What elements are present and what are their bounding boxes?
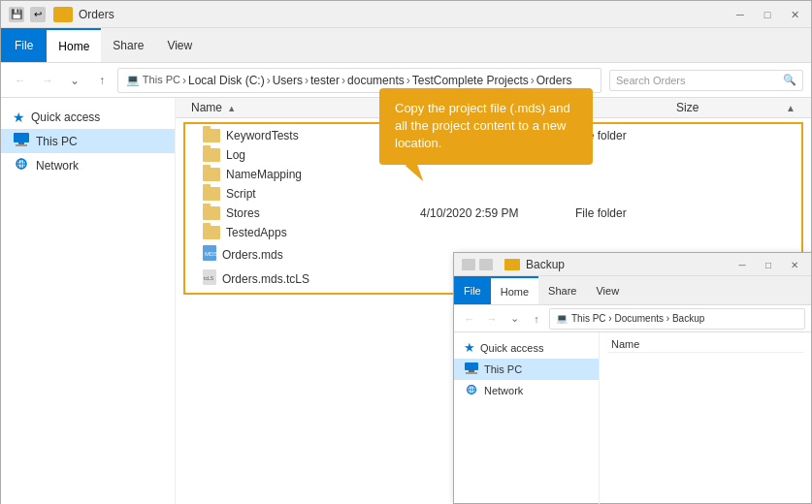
svg-rect-11	[465, 362, 478, 370]
backup-tab-view[interactable]: View	[586, 276, 629, 304]
path-pc: 💻 This PC	[126, 74, 180, 86]
file-item-script[interactable]: Script	[187, 184, 799, 204]
backup-path-icon: 💻	[556, 313, 568, 324]
path-testcomplete: TestComplete Projects	[412, 74, 529, 87]
scroll-up-button[interactable]: ▲	[786, 103, 796, 113]
backup-close-button[interactable]: ✕	[782, 255, 807, 274]
backup-sidebar-label: Quick access	[480, 342, 543, 354]
backup-address-bar: ← → ⌄ ↑ 💻 This PC › Documents › Backup	[454, 305, 811, 332]
search-placeholder: Search Orders	[616, 75, 686, 86]
tab-share[interactable]: Share	[101, 28, 155, 62]
sidebar-item-thispc[interactable]: This PC	[1, 129, 175, 153]
pc-icon	[13, 133, 30, 149]
file-name: Stores	[226, 206, 420, 220]
backup-address-path[interactable]: 💻 This PC › Documents › Backup	[549, 308, 805, 330]
backup-col-name-header[interactable]: Name	[607, 336, 803, 353]
file-item-testedapps[interactable]: TestedApps	[187, 223, 799, 242]
file-item-namemapping[interactable]: NameMapping	[187, 165, 799, 184]
backup-title-bar: Backup ─ □ ✕	[454, 253, 811, 276]
tcls-icon: tcLS	[203, 269, 216, 288]
maximize-button[interactable]: □	[755, 5, 780, 24]
folder-icon	[203, 168, 220, 181]
title-bar-icons: 💾 ↩	[9, 7, 46, 22]
svg-rect-13	[466, 372, 477, 374]
backup-sidebar-network[interactable]: Network	[454, 380, 599, 401]
forward-button[interactable]: →	[36, 69, 59, 92]
backup-sidebar: ★ Quick access This PC Network	[454, 332, 600, 504]
window-title: Orders	[79, 8, 114, 21]
title-bar: 💾 ↩ Orders ─ □ ✕	[1, 1, 811, 28]
window-controls: ─ □ ✕	[728, 5, 807, 24]
network-icon	[13, 157, 30, 173]
backup-path-text: This PC › Documents › Backup	[571, 313, 704, 324]
sidebar-item-quickaccess[interactable]: ★ Quick access	[1, 106, 175, 129]
file-name: Script	[226, 187, 420, 201]
backup-title-icon2	[479, 259, 493, 270]
sort-arrow: ▲	[227, 104, 236, 113]
backup-recent-button[interactable]: ⌄	[504, 309, 524, 329]
title-undo-icon: ↩	[30, 7, 46, 22]
path-localdisk: Local Disk (C:)	[188, 74, 265, 87]
svg-rect-0	[14, 133, 29, 142]
backup-forward-button[interactable]: →	[482, 309, 502, 329]
sidebar-item-label: This PC	[36, 135, 78, 148]
file-type: File folder	[575, 206, 692, 220]
backup-up-button[interactable]: ↑	[527, 309, 546, 329]
sidebar-item-network[interactable]: Network	[1, 153, 175, 177]
backup-title-icon1	[462, 259, 475, 270]
search-box[interactable]: Search Orders 🔍	[609, 70, 803, 91]
back-button[interactable]: ←	[9, 69, 32, 92]
backup-file-area: Name	[600, 332, 811, 504]
folder-icon	[203, 129, 220, 142]
backup-window: Backup ─ □ ✕ File Home Share View ← → ⌄ …	[453, 252, 812, 504]
backup-sidebar-quickaccess[interactable]: ★ Quick access	[454, 336, 599, 359]
svg-text:MDS: MDS	[205, 251, 216, 257]
title-save-icon: 💾	[9, 7, 24, 22]
search-icon: 🔍	[783, 74, 796, 86]
sidebar-item-label: Network	[36, 159, 79, 173]
up-button[interactable]: ↑	[90, 69, 114, 92]
file-date: 4/10/2020 2:59 PM	[420, 206, 575, 220]
path-tester: tester	[310, 74, 340, 87]
folder-icon	[203, 206, 220, 220]
network-icon	[464, 384, 479, 397]
path-users: Users	[273, 74, 303, 87]
callout-tooltip: Copy the project file (.mds) and all the…	[379, 88, 593, 165]
folder-icon	[203, 226, 220, 239]
backup-sidebar-label: Network	[484, 385, 523, 396]
tab-file[interactable]: File	[1, 28, 47, 62]
col-size-header[interactable]: Size	[676, 101, 754, 114]
sidebar-item-label: Quick access	[31, 110, 100, 124]
svg-text:tcLS: tcLS	[204, 275, 214, 281]
backup-tab-home[interactable]: Home	[491, 276, 538, 304]
svg-rect-2	[16, 144, 27, 146]
backup-minimize-button[interactable]: ─	[730, 255, 755, 274]
backup-content: ★ Quick access This PC Network Name	[454, 332, 811, 504]
svg-rect-12	[469, 370, 474, 372]
close-button[interactable]: ✕	[782, 5, 807, 24]
backup-maximize-button[interactable]: □	[756, 255, 781, 274]
file-name: Orders.mds	[222, 248, 416, 262]
folder-icon	[203, 187, 220, 201]
star-icon: ★	[13, 110, 25, 125]
backup-sidebar-thispc[interactable]: This PC	[454, 359, 599, 380]
tab-home[interactable]: Home	[47, 28, 101, 62]
backup-back-button[interactable]: ←	[460, 309, 479, 329]
file-name: TestedApps	[226, 226, 420, 239]
recent-button[interactable]: ⌄	[63, 69, 86, 92]
file-name: Orders.mds.tcLS	[222, 272, 416, 286]
minimize-button[interactable]: ─	[728, 5, 753, 24]
pc-icon	[464, 362, 479, 376]
star-icon: ★	[464, 340, 475, 355]
folder-icon	[203, 148, 220, 162]
backup-titlebar-icons	[462, 259, 493, 270]
file-type: File folder	[575, 129, 692, 142]
backup-tab-file[interactable]: File	[454, 276, 491, 304]
backup-sidebar-label: This PC	[484, 363, 522, 375]
tab-view[interactable]: View	[155, 28, 204, 62]
file-item-stores[interactable]: Stores 4/10/2020 2:59 PM File folder	[187, 204, 799, 223]
backup-tab-share[interactable]: Share	[538, 276, 586, 304]
sidebar: ★ Quick access This PC Network	[1, 98, 176, 504]
col-name-header[interactable]: Name ▲	[191, 101, 405, 114]
title-folder-icon	[53, 7, 73, 22]
